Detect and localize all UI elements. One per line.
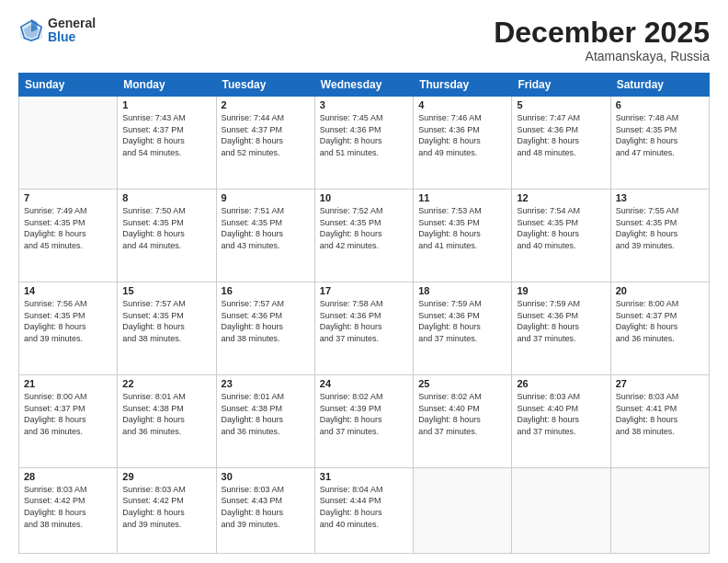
day-number: 15 xyxy=(122,285,210,296)
day-info: Sunrise: 7:44 AM Sunset: 4:37 PM Dayligh… xyxy=(222,112,310,158)
table-row: 25Sunrise: 8:02 AM Sunset: 4:40 PM Dayli… xyxy=(414,374,512,467)
day-number: 16 xyxy=(222,285,310,296)
day-number: 3 xyxy=(320,99,408,110)
day-number: 4 xyxy=(418,99,506,110)
day-info: Sunrise: 7:59 AM Sunset: 4:36 PM Dayligh… xyxy=(517,298,605,344)
day-number: 22 xyxy=(122,378,210,389)
day-number: 28 xyxy=(24,471,112,482)
table-row: 8Sunrise: 7:50 AM Sunset: 4:35 PM Daylig… xyxy=(118,190,216,282)
table-row: 3Sunrise: 7:45 AM Sunset: 4:36 PM Daylig… xyxy=(314,97,413,190)
calendar-week-row: 7Sunrise: 7:49 AM Sunset: 4:35 PM Daylig… xyxy=(19,190,710,282)
day-number: 2 xyxy=(222,99,310,110)
day-number: 13 xyxy=(616,192,704,203)
day-number: 11 xyxy=(418,192,506,203)
day-number: 8 xyxy=(122,192,210,203)
table-row: 31Sunrise: 8:04 AM Sunset: 4:44 PM Dayli… xyxy=(314,467,413,553)
day-info: Sunrise: 7:56 AM Sunset: 4:35 PM Dayligh… xyxy=(24,298,112,344)
day-info: Sunrise: 8:02 AM Sunset: 4:39 PM Dayligh… xyxy=(320,391,408,437)
table-row xyxy=(414,467,512,553)
table-row: 1Sunrise: 7:43 AM Sunset: 4:37 PM Daylig… xyxy=(118,97,216,190)
day-info: Sunrise: 7:55 AM Sunset: 4:35 PM Dayligh… xyxy=(616,205,704,251)
day-info: Sunrise: 8:03 AM Sunset: 4:41 PM Dayligh… xyxy=(616,391,704,437)
table-row: 26Sunrise: 8:03 AM Sunset: 4:40 PM Dayli… xyxy=(512,374,610,467)
table-row: 5Sunrise: 7:47 AM Sunset: 4:36 PM Daylig… xyxy=(512,97,610,190)
day-info: Sunrise: 7:52 AM Sunset: 4:35 PM Dayligh… xyxy=(320,205,408,251)
table-row xyxy=(512,467,610,553)
table-row: 30Sunrise: 8:03 AM Sunset: 4:43 PM Dayli… xyxy=(216,467,314,553)
day-number: 17 xyxy=(320,285,408,296)
day-number: 25 xyxy=(418,378,506,389)
day-number: 30 xyxy=(222,471,310,482)
calendar-week-row: 28Sunrise: 8:03 AM Sunset: 4:42 PM Dayli… xyxy=(19,467,710,553)
day-info: Sunrise: 8:03 AM Sunset: 4:43 PM Dayligh… xyxy=(222,484,310,530)
day-info: Sunrise: 7:58 AM Sunset: 4:36 PM Dayligh… xyxy=(320,298,408,344)
day-info: Sunrise: 8:02 AM Sunset: 4:40 PM Dayligh… xyxy=(418,391,506,437)
day-info: Sunrise: 8:03 AM Sunset: 4:40 PM Dayligh… xyxy=(517,391,605,437)
day-number: 23 xyxy=(222,378,310,389)
logo: General Blue xyxy=(18,17,96,45)
table-row: 16Sunrise: 7:57 AM Sunset: 4:36 PM Dayli… xyxy=(216,282,314,375)
table-row: 18Sunrise: 7:59 AM Sunset: 4:36 PM Dayli… xyxy=(414,282,512,375)
header: General Blue December 2025 Atamanskaya, … xyxy=(18,17,710,63)
day-info: Sunrise: 7:46 AM Sunset: 4:36 PM Dayligh… xyxy=(418,112,506,158)
table-row: 14Sunrise: 7:56 AM Sunset: 4:35 PM Dayli… xyxy=(19,282,118,375)
table-row: 29Sunrise: 8:03 AM Sunset: 4:42 PM Dayli… xyxy=(118,467,216,553)
table-row: 21Sunrise: 8:00 AM Sunset: 4:37 PM Dayli… xyxy=(19,374,118,467)
table-row: 17Sunrise: 7:58 AM Sunset: 4:36 PM Dayli… xyxy=(314,282,413,375)
day-number: 31 xyxy=(320,471,408,482)
table-row xyxy=(19,97,118,190)
table-row: 15Sunrise: 7:57 AM Sunset: 4:35 PM Dayli… xyxy=(118,282,216,375)
day-number: 9 xyxy=(222,192,310,203)
calendar-week-row: 1Sunrise: 7:43 AM Sunset: 4:37 PM Daylig… xyxy=(19,97,710,190)
day-info: Sunrise: 7:47 AM Sunset: 4:36 PM Dayligh… xyxy=(517,112,605,158)
day-number: 10 xyxy=(320,192,408,203)
day-info: Sunrise: 7:50 AM Sunset: 4:35 PM Dayligh… xyxy=(122,205,210,251)
col-sunday: Sunday xyxy=(19,74,118,97)
table-row: 13Sunrise: 7:55 AM Sunset: 4:35 PM Dayli… xyxy=(610,190,709,282)
day-number: 27 xyxy=(616,378,704,389)
day-info: Sunrise: 7:45 AM Sunset: 4:36 PM Dayligh… xyxy=(320,112,408,158)
day-info: Sunrise: 8:01 AM Sunset: 4:38 PM Dayligh… xyxy=(122,391,210,437)
calendar-header-row: Sunday Monday Tuesday Wednesday Thursday… xyxy=(19,74,710,97)
day-info: Sunrise: 8:03 AM Sunset: 4:42 PM Dayligh… xyxy=(24,484,112,530)
table-row: 12Sunrise: 7:54 AM Sunset: 4:35 PM Dayli… xyxy=(512,190,610,282)
day-number: 7 xyxy=(24,192,112,203)
table-row: 11Sunrise: 7:53 AM Sunset: 4:35 PM Dayli… xyxy=(414,190,512,282)
day-info: Sunrise: 7:49 AM Sunset: 4:35 PM Dayligh… xyxy=(24,205,112,251)
day-number: 21 xyxy=(24,378,112,389)
day-number: 29 xyxy=(122,471,210,482)
col-friday: Friday xyxy=(512,74,610,97)
day-info: Sunrise: 7:57 AM Sunset: 4:35 PM Dayligh… xyxy=(122,298,210,344)
day-number: 5 xyxy=(517,99,605,110)
day-info: Sunrise: 7:54 AM Sunset: 4:35 PM Dayligh… xyxy=(517,205,605,251)
day-number: 14 xyxy=(24,285,112,296)
col-tuesday: Tuesday xyxy=(216,74,314,97)
day-info: Sunrise: 8:04 AM Sunset: 4:44 PM Dayligh… xyxy=(320,484,408,530)
table-row: 20Sunrise: 8:00 AM Sunset: 4:37 PM Dayli… xyxy=(610,282,709,375)
table-row: 19Sunrise: 7:59 AM Sunset: 4:36 PM Dayli… xyxy=(512,282,610,375)
table-row: 28Sunrise: 8:03 AM Sunset: 4:42 PM Dayli… xyxy=(19,467,118,553)
day-number: 12 xyxy=(517,192,605,203)
month-title: December 2025 xyxy=(494,17,710,49)
title-block: December 2025 Atamanskaya, Russia xyxy=(494,17,710,63)
page: General Blue December 2025 Atamanskaya, … xyxy=(0,0,728,563)
day-info: Sunrise: 8:01 AM Sunset: 4:38 PM Dayligh… xyxy=(222,391,310,437)
table-row: 23Sunrise: 8:01 AM Sunset: 4:38 PM Dayli… xyxy=(216,374,314,467)
logo-text: General Blue xyxy=(48,17,96,45)
day-info: Sunrise: 7:43 AM Sunset: 4:37 PM Dayligh… xyxy=(122,112,210,158)
day-info: Sunrise: 8:00 AM Sunset: 4:37 PM Dayligh… xyxy=(24,391,112,437)
logo-general-text: General xyxy=(48,17,96,30)
logo-blue-text: Blue xyxy=(48,30,96,44)
day-info: Sunrise: 8:03 AM Sunset: 4:42 PM Dayligh… xyxy=(122,484,210,530)
calendar-week-row: 21Sunrise: 8:00 AM Sunset: 4:37 PM Dayli… xyxy=(19,374,710,467)
day-info: Sunrise: 7:57 AM Sunset: 4:36 PM Dayligh… xyxy=(222,298,310,344)
day-info: Sunrise: 7:48 AM Sunset: 4:35 PM Dayligh… xyxy=(616,112,704,158)
day-info: Sunrise: 7:59 AM Sunset: 4:36 PM Dayligh… xyxy=(418,298,506,344)
col-wednesday: Wednesday xyxy=(314,74,413,97)
calendar-table: Sunday Monday Tuesday Wednesday Thursday… xyxy=(18,73,710,554)
day-number: 18 xyxy=(418,285,506,296)
table-row: 22Sunrise: 8:01 AM Sunset: 4:38 PM Dayli… xyxy=(118,374,216,467)
table-row: 24Sunrise: 8:02 AM Sunset: 4:39 PM Dayli… xyxy=(314,374,413,467)
day-number: 6 xyxy=(616,99,704,110)
calendar-week-row: 14Sunrise: 7:56 AM Sunset: 4:35 PM Dayli… xyxy=(19,282,710,375)
